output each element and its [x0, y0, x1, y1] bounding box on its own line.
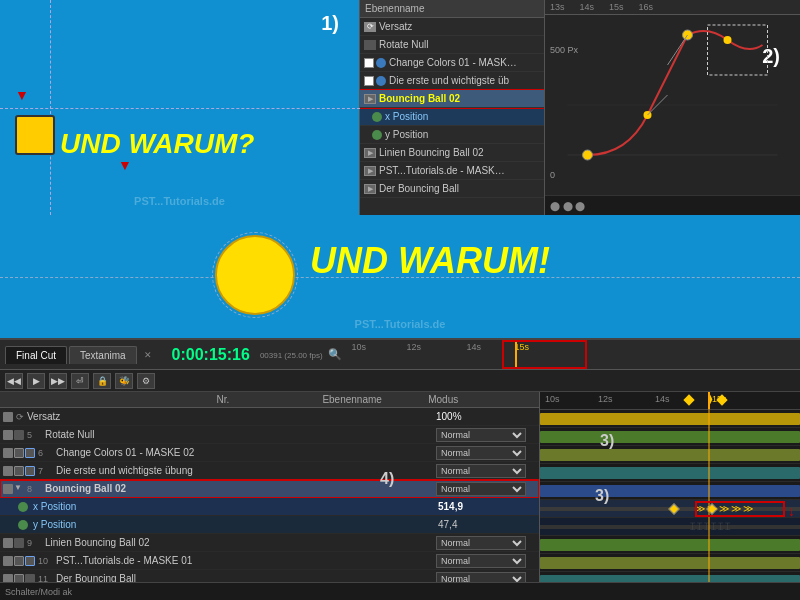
icon-11 [25, 574, 35, 583]
top-layer-xpos[interactable]: x Position [360, 108, 544, 126]
track-bar-erste [540, 467, 800, 479]
modus-select-5[interactable]: Normal [436, 428, 526, 442]
graph-toolbar: ⬤ ⬤ ⬤ [545, 195, 800, 215]
modus-select-8[interactable]: Normal [436, 482, 526, 496]
xpos-dot-icon [18, 502, 28, 512]
nr-col-header: Nr. [217, 394, 323, 405]
color-icon2 [376, 76, 386, 86]
ypos-icon [372, 130, 382, 140]
track-rotate-null [540, 428, 800, 446]
layer-row-bouncing-ball[interactable]: ▼ 8 Bouncing Ball 02 Normal [0, 480, 539, 498]
tool-btn-2[interactable]: ▶ [27, 373, 45, 389]
top-layer-pst[interactable]: ▶ PST...Tutorials.de - MASKE 0 [360, 162, 544, 180]
cb-icon-10 [14, 556, 24, 566]
arrow-icon-2: ▼ [118, 157, 132, 173]
track-bar-linien [540, 539, 800, 551]
timecode-display: 0:00:15:16 [162, 340, 260, 370]
tool-btn-7[interactable]: ⚙ [137, 373, 155, 389]
eye-icon-7 [3, 466, 13, 476]
modus-select-6[interactable]: Normal [436, 446, 526, 460]
layer-row-change-colors[interactable]: 6 Change Colors 01 - MASKE 02 Normal [0, 444, 539, 462]
arrow-down-icon: ↓ [788, 503, 795, 519]
cb-icon-7 [14, 466, 24, 476]
layer-row-xpos[interactable]: x Position 514,9 [0, 498, 539, 516]
modus-select-10[interactable]: Normal [436, 554, 526, 568]
top-layer-versatz[interactable]: ⟳ Versatz [360, 18, 544, 36]
track-bar-der [540, 575, 800, 582]
preview1-label: 1) [321, 12, 339, 35]
top-layer-der-bouncing[interactable]: ▶ Der Bouncing Ball [360, 180, 544, 198]
lock-icon-5 [14, 430, 24, 440]
comp-icon4: ▶ [364, 184, 376, 194]
top-layer-linien[interactable]: ▶ Linien Bouncing Ball 02 [360, 144, 544, 162]
middle-preview: UND WARUM! PST...Tutorials.de [0, 215, 800, 340]
track-ypos: ⌶⌶⌶⌶⌶⌶ [540, 518, 800, 536]
tab-textanima[interactable]: Textanima [69, 346, 137, 364]
color-icon [376, 58, 386, 68]
top-layer-change-colors[interactable]: Change Colors 01 - MASKE 0 [360, 54, 544, 72]
cb2-icon-10 [25, 556, 35, 566]
search-icon: 🔍 [328, 348, 342, 361]
tool-btn-3[interactable]: ▶▶ [49, 373, 67, 389]
layer-names-panel: Nr. Ebenenname Modus ⟳ Versatz 100% [0, 392, 540, 582]
top-layers-header: Ebenenname [360, 0, 544, 18]
tool-btn-4[interactable]: ⏎ [71, 373, 89, 389]
modus-select-7[interactable]: Normal [436, 464, 526, 478]
top-layer-erste[interactable]: Die erste und wichtigste üb [360, 72, 544, 90]
graph-curve [545, 15, 800, 195]
top-layer-rotate-null[interactable]: Rotate Null [360, 36, 544, 54]
track-change-colors [540, 446, 800, 464]
layer-row-versatz[interactable]: ⟳ Versatz 100% [0, 408, 539, 426]
top-layers-panel: Ebenenname ⟳ Versatz Rotate Null Change … [360, 0, 545, 215]
layer-names-header: Nr. Ebenenname Modus [0, 392, 539, 408]
tab-final-cut[interactable]: Final Cut [5, 346, 67, 364]
modus-select-9[interactable]: Normal [436, 536, 526, 550]
timeline-header: Final Cut Textanima ✕ 0:00:15:16 00391 (… [0, 340, 800, 370]
timeline-right-header: 10s 12s 14s 15s [347, 340, 800, 369]
tool-btn-6[interactable]: 🐝 [115, 373, 133, 389]
cb2-icon-6 [25, 448, 35, 458]
watermark-2: PST...Tutorials.de [355, 318, 446, 330]
layer-row-rotate-null[interactable]: 5 Rotate Null Normal [0, 426, 539, 444]
xpos-icon [372, 112, 382, 122]
eye-icon-8 [3, 484, 13, 494]
layer-row-linien[interactable]: 9 Linien Bouncing Ball 02 Normal [0, 534, 539, 552]
layer-row-erste[interactable]: 7 Die erste und wichtigste übung Normal [0, 462, 539, 480]
chevron-marks: ≫≫≫≫≫ [695, 503, 755, 514]
track-linien [540, 536, 800, 554]
ball-guide [212, 232, 298, 318]
eye-icon-10 [3, 556, 13, 566]
layer-row-pst[interactable]: 10 PST...Tutorials.de - MASKE 01 Normal [0, 552, 539, 570]
preview1-text: UND WARUM? [60, 128, 254, 160]
layer-row-der-bouncing[interactable]: 11 Der Bouncing Ball Normal [0, 570, 539, 582]
null-icon [364, 40, 376, 50]
modus-select-11[interactable]: Normal [436, 572, 526, 583]
eye-icon [3, 412, 13, 422]
top-section: UND WARUM? 1) ▼ ▼ PST...Tutorials.de Ebe… [0, 0, 800, 215]
top-layer-ypos[interactable]: y Position [360, 126, 544, 144]
solid-icon2 [364, 76, 374, 86]
cb-icon-11 [14, 574, 24, 583]
track-bouncing [540, 482, 800, 500]
graph-area: 500 Px 0 2) [545, 15, 800, 195]
top-layer-bouncing[interactable]: ▶ Bouncing Ball 02 [360, 90, 544, 108]
track-bar-rotate [540, 431, 800, 443]
tool-btn-5[interactable]: 🔒 [93, 373, 111, 389]
tool-btn-1[interactable]: ◀◀ [5, 373, 23, 389]
tracks-ruler: 10s 12s 14s ⧫15s [540, 392, 800, 410]
preview-object [15, 115, 55, 155]
ball-preview [215, 235, 295, 315]
time-indicator-tracks [708, 392, 710, 409]
cb-icon-6 [14, 448, 24, 458]
watermark-1: PST...Tutorials.de [134, 195, 225, 207]
guide-line-h [0, 108, 360, 109]
track-bar-pst [540, 557, 800, 569]
cb2-icon-7 [25, 466, 35, 476]
layer-row-ypos[interactable]: y Position 47,4 [0, 516, 539, 534]
toolbar: ◀◀ ▶ ▶▶ ⏎ 🔒 🐝 ⚙ [0, 370, 800, 392]
track-xpos: ↓ ≫≫≫≫≫ [540, 500, 800, 518]
close-tab-icon[interactable]: ✕ [139, 350, 157, 360]
collapse-icon-8[interactable]: ▼ [14, 484, 22, 492]
comp-icon3: ▶ [364, 166, 376, 176]
search-area[interactable]: 🔍 [323, 340, 347, 369]
